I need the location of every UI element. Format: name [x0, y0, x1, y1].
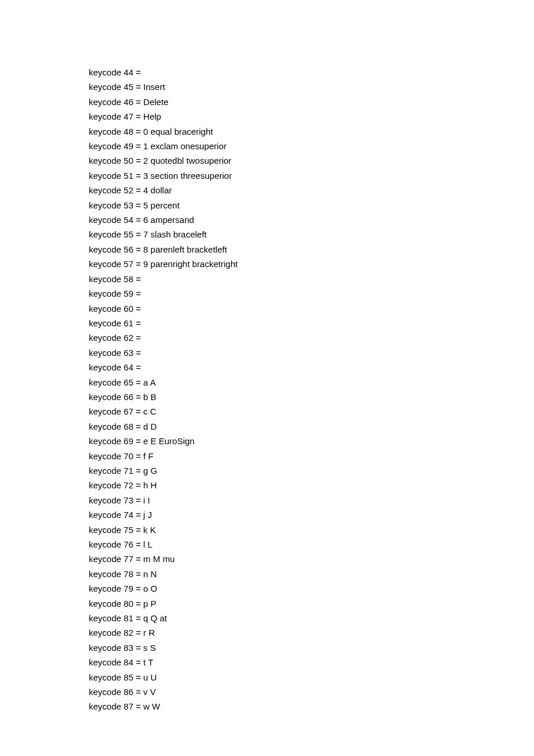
keycode-line: keycode 49 = 1 exclam onesuperior [89, 139, 534, 153]
keycode-line: keycode 45 = Insert [89, 80, 534, 94]
keycode-line: keycode 48 = 0 equal braceright [89, 124, 534, 139]
keycode-line: keycode 76 = l L [89, 537, 534, 552]
keycode-line: keycode 62 = [89, 330, 534, 345]
keycode-line: keycode 53 = 5 percent [89, 198, 534, 213]
keycode-line: keycode 66 = b B [89, 390, 534, 404]
keycode-line: keycode 67 = c C [89, 404, 534, 419]
keycode-line: keycode 58 = [89, 272, 534, 286]
keycode-line: keycode 86 = v V [89, 685, 534, 699]
keycode-line: keycode 59 = [89, 286, 534, 301]
keycode-line: keycode 47 = Help [89, 109, 534, 124]
keycode-line: keycode 57 = 9 parenright bracketright [89, 257, 534, 271]
keycode-line: keycode 44 = [89, 65, 534, 80]
keycode-line: keycode 72 = h H [89, 478, 534, 492]
keycode-line: keycode 64 = [89, 360, 534, 375]
keycode-line: keycode 46 = Delete [89, 95, 534, 109]
keycode-line: keycode 75 = k K [89, 523, 534, 537]
keycode-line: keycode 74 = j J [89, 507, 534, 522]
keycode-line: keycode 83 = s S [89, 640, 534, 655]
keycode-line: keycode 78 = n N [89, 567, 534, 581]
keycode-line: keycode 77 = m M mu [89, 552, 534, 566]
keycode-line: keycode 63 = [89, 345, 534, 360]
keycode-line: keycode 54 = 6 ampersand [89, 213, 534, 227]
keycode-line: keycode 87 = w W [89, 699, 534, 714]
keycode-line: keycode 79 = o O [89, 581, 534, 596]
keycode-line: keycode 71 = g G [89, 463, 534, 478]
keycode-line: keycode 80 = p P [89, 596, 534, 611]
keycode-line: keycode 61 = [89, 316, 534, 330]
keycode-line: keycode 70 = f F [89, 449, 534, 463]
keycode-line: keycode 52 = 4 dollar [89, 183, 534, 197]
keycode-line: keycode 85 = u U [89, 670, 534, 685]
keycode-line: keycode 60 = [89, 301, 534, 316]
keycode-line: keycode 50 = 2 quotedbl twosuperior [89, 153, 534, 168]
keycode-line: keycode 56 = 8 parenleft bracketleft [89, 242, 534, 257]
keycode-line: keycode 84 = t T [89, 655, 534, 669]
keycode-line: keycode 73 = i I [89, 493, 534, 507]
keycode-line: keycode 82 = r R [89, 625, 534, 640]
keycode-line: keycode 65 = a A [89, 375, 534, 390]
keycode-line: keycode 81 = q Q at [89, 611, 534, 625]
keycode-list: keycode 44 = keycode 45 = Insert keycode… [89, 65, 534, 714]
keycode-line: keycode 69 = e E EuroSign [89, 434, 534, 448]
keycode-line: keycode 68 = d D [89, 419, 534, 434]
keycode-line: keycode 55 = 7 slash braceleft [89, 227, 534, 242]
keycode-line: keycode 51 = 3 section threesuperior [89, 168, 534, 183]
